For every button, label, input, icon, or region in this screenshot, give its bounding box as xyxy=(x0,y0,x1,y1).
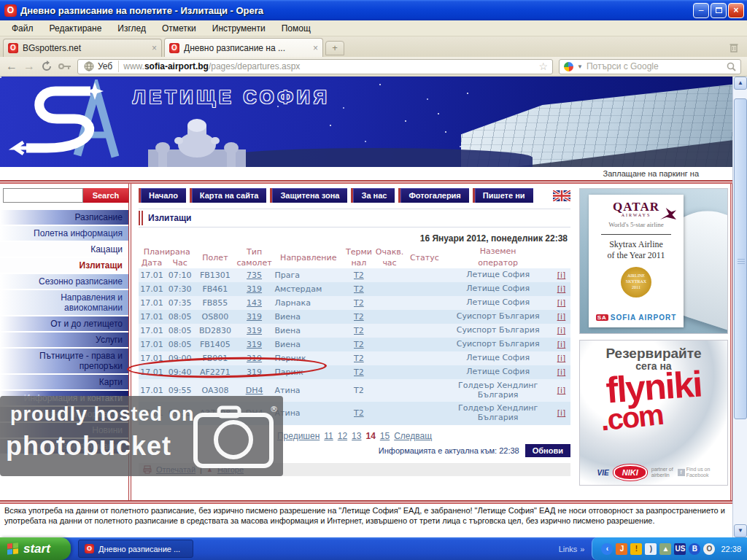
tab-bgspotters[interactable]: OBGspotters.net× xyxy=(3,39,162,57)
safely-remove-icon[interactable]: ▲ xyxy=(659,543,671,555)
language-indicator-us[interactable]: US xyxy=(674,543,686,555)
pagination-page-15[interactable]: 15 xyxy=(380,431,390,441)
scrollbar-thumb[interactable] xyxy=(734,98,747,419)
terminal-link[interactable]: Т2 xyxy=(354,326,364,335)
links-overflow-chevron[interactable]: » xyxy=(580,545,584,553)
flight-info-link[interactable]: [i] xyxy=(557,298,566,308)
links-toolbar-label[interactable]: Links xyxy=(559,545,578,553)
aircraft-type-link[interactable]: 319 xyxy=(247,312,262,322)
sidebar-item-razpisanie[interactable]: Разписание xyxy=(0,210,128,225)
flight-info-link[interactable]: [i] xyxy=(557,312,566,322)
terminal-link[interactable]: Т2 xyxy=(354,271,364,280)
java-icon[interactable]: J xyxy=(616,543,627,555)
search-engine-dropdown-icon[interactable]: ▼ xyxy=(577,63,583,70)
restore-button[interactable] xyxy=(711,3,727,18)
bookmark-star-icon[interactable]: ☆ xyxy=(538,61,548,72)
terminal-link[interactable]: Т2 xyxy=(354,368,364,377)
google-search-box[interactable]: ▼ Потърси с Google xyxy=(559,59,741,74)
tab-close-icon[interactable]: × xyxy=(152,43,157,53)
close-button[interactable]: × xyxy=(728,3,744,18)
flyniki-ad[interactable]: Резервирайте сега на flyniki .com VIE NI… xyxy=(579,340,728,486)
security-shield-icon[interactable]: ! xyxy=(630,543,642,555)
sidebar-item-napravlenia-aviokompanii[interactable]: Направления и авиокомпании xyxy=(0,290,128,315)
menu-item-view[interactable]: Изглед xyxy=(110,22,153,35)
nav-button-secure-zone[interactable]: Защитена зона xyxy=(270,188,347,203)
pagination-page-12[interactable]: 12 xyxy=(338,431,347,441)
google-search-input[interactable]: Потърси с Google xyxy=(587,61,723,71)
nav-button-contact[interactable]: Пишете ни xyxy=(473,188,533,203)
flight-info-link[interactable]: [i] xyxy=(557,354,566,363)
menu-item-file[interactable]: Файл xyxy=(4,22,41,35)
sidebar-item-izlitashti[interactable]: Излитащи xyxy=(0,258,128,273)
terminal-link[interactable]: Т2 xyxy=(354,408,364,418)
aircraft-type-link[interactable]: 735 xyxy=(247,271,262,280)
url-text[interactable]: www.sofia-airport.bg/pages/departures.as… xyxy=(123,61,534,71)
terminal-link[interactable]: Т2 xyxy=(354,354,364,363)
sidebar-item-uslugi[interactable]: Услуги xyxy=(0,332,128,347)
menu-item-bookmarks[interactable]: Отметки xyxy=(155,22,204,35)
flight-info-link[interactable]: [i] xyxy=(557,408,566,418)
terminal-link[interactable]: Т2 xyxy=(354,340,364,349)
network-activity-icon[interactable]: ) xyxy=(645,543,657,555)
vertical-scrollbar[interactable]: ▲ ▼ xyxy=(732,77,747,537)
tab-close-icon[interactable]: × xyxy=(313,43,318,53)
nav-button-home[interactable]: Начало xyxy=(139,188,186,203)
web-mode-button[interactable]: Уеб xyxy=(82,61,119,72)
flight-info-link[interactable]: [i] xyxy=(557,284,566,294)
tab-departures[interactable]: OДневно разписание на ...× xyxy=(164,38,323,57)
sidebar-item-kacashti[interactable]: Кацащи xyxy=(0,242,128,257)
closed-tabs-trash-icon[interactable] xyxy=(728,42,740,53)
aircraft-type-link[interactable]: 319 xyxy=(247,326,262,335)
terminal-link[interactable]: Т2 xyxy=(354,312,364,322)
aircraft-type-link[interactable]: 319 xyxy=(247,354,262,363)
pagination-prev[interactable]: Предишен xyxy=(277,431,320,441)
refresh-button[interactable]: Обнови xyxy=(525,444,570,457)
nav-button-about[interactable]: За нас xyxy=(351,188,395,203)
taskbar-window-button[interactable]: O Дневно разписание ... xyxy=(78,540,193,558)
sidebar-item-sezonno-razpisanie[interactable]: Сезонно разписание xyxy=(0,274,128,289)
aircraft-type-link[interactable]: 319 xyxy=(247,284,262,294)
menu-item-edit[interactable]: Редактиране xyxy=(42,22,109,35)
aircraft-type-link[interactable]: 319 xyxy=(247,340,262,349)
english-flag-icon[interactable] xyxy=(553,190,570,201)
start-button[interactable]: start xyxy=(0,537,71,560)
address-bar[interactable]: Уеб www.sofia-airport.bg/pages/departure… xyxy=(77,59,553,74)
new-tab-button[interactable]: + xyxy=(325,41,344,55)
flight-info-link[interactable]: [i] xyxy=(557,271,566,280)
sidebar-search-button[interactable]: Search xyxy=(83,188,128,203)
menu-item-tools[interactable]: Инструменти xyxy=(205,22,273,35)
forward-button[interactable]: → xyxy=(23,61,35,72)
pagination-page-13[interactable]: 13 xyxy=(352,431,361,441)
pagination-next[interactable]: Следващ xyxy=(394,431,432,441)
terminal-link[interactable]: Т2 xyxy=(354,284,364,294)
pagination-page-11[interactable]: 11 xyxy=(324,431,333,441)
sidebar-item-karti[interactable]: Карти xyxy=(0,375,128,389)
sidebar-item-ot-i-do-letishteto[interactable]: От и до летището xyxy=(0,316,128,331)
opera-tray-icon[interactable]: O xyxy=(703,543,715,555)
taskbar-clock: 22:38 xyxy=(721,545,741,553)
scroll-down-button[interactable]: ▼ xyxy=(734,524,747,537)
sidebar-item-patnicite-prava[interactable]: Пътниците - права и препоръки xyxy=(0,349,128,373)
flight-info-link[interactable]: [i] xyxy=(557,340,566,349)
menu-item-help[interactable]: Помощ xyxy=(274,22,318,35)
flight-info-link[interactable]: [i] xyxy=(557,386,566,395)
aircraft-type-link[interactable]: 319 xyxy=(247,368,262,377)
aircraft-type-link[interactable]: DH4 xyxy=(246,386,263,395)
scroll-up-button[interactable]: ▲ xyxy=(734,77,747,90)
sidebar-search-input[interactable] xyxy=(3,188,83,203)
wand-password-icon[interactable] xyxy=(58,62,71,71)
search-magnifier-icon[interactable] xyxy=(727,62,736,71)
nav-button-gallery[interactable]: Фотогалерия xyxy=(398,188,468,203)
nav-button-sitemap[interactable]: Карта на сайта xyxy=(190,188,267,203)
flight-info-link[interactable]: [i] xyxy=(557,326,566,335)
flight-info-link[interactable]: [i] xyxy=(557,368,566,377)
back-button[interactable]: ← xyxy=(6,61,18,72)
collapse-tray-icon[interactable]: ‹ xyxy=(601,543,613,555)
aircraft-type-link[interactable]: 143 xyxy=(247,298,262,308)
sidebar-item-poletna-informacia[interactable]: Полетна информация xyxy=(0,226,128,241)
reload-button[interactable] xyxy=(41,61,53,72)
qatar-airways-ad[interactable]: QATAR AIRWAYS World's 5-star airline Sky… xyxy=(579,188,728,334)
bluetooth-icon[interactable]: B xyxy=(689,543,700,555)
terminal-link[interactable]: Т2 xyxy=(354,298,364,308)
minimize-button[interactable]: – xyxy=(693,3,709,18)
